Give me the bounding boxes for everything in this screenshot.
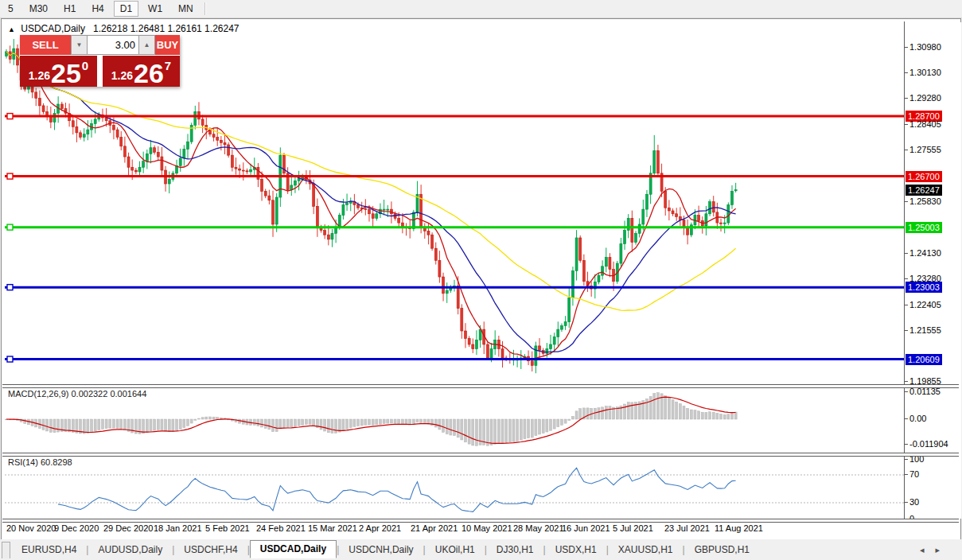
pane-divider[interactable] xyxy=(2,453,959,457)
buy-price-base: 1.26 xyxy=(111,69,133,82)
volume-decrease-button[interactable]: ▼ xyxy=(71,35,88,55)
date-tick-label: 21 Apr 2021 xyxy=(411,523,458,533)
right-price-axis: 1.287001.267001.250031.230031.206091.309… xyxy=(905,22,961,519)
chart-title: ▲ USDCAD,Daily 1.26218 1.26481 1.26161 1… xyxy=(8,23,240,34)
sell-price-pip: 0 xyxy=(82,59,88,72)
sell-price-display[interactable]: 1.26 25 0 xyxy=(20,56,97,87)
price-tick-label: 1.29280 xyxy=(909,93,941,103)
date-tick-label: 24 Feb 2021 xyxy=(256,523,306,533)
macd-label: MACD(12,26,9) 0.002322 0.001644 xyxy=(8,389,146,399)
rsi-indicator-pane[interactable] xyxy=(5,456,904,518)
date-tick-label: 5 Jul 2021 xyxy=(613,523,653,533)
chart-ohlc-values: 1.26218 1.26481 1.26161 1.26247 xyxy=(93,23,240,34)
timeframe-button-h1[interactable]: H1 xyxy=(57,1,82,17)
date-tick-label: 20 Nov 2020 xyxy=(6,523,56,533)
date-tick-label: 28 May 2021 xyxy=(513,523,564,533)
date-tick-label: 5 Feb 2021 xyxy=(205,523,250,533)
date-tick-label: 11 Aug 2021 xyxy=(715,523,763,533)
date-tick-label: 9 Dec 2020 xyxy=(54,523,99,533)
tab-ukoil[interactable]: UKOil,H1 xyxy=(426,542,485,558)
price-tick-label: 1.21555 xyxy=(909,325,941,335)
timeframe-button-w1[interactable]: W1 xyxy=(142,1,169,17)
volume-input[interactable]: 3.00 xyxy=(88,35,138,55)
date-tick-label: 23 Jul 2021 xyxy=(664,523,710,533)
rsi-label: RSI(14) 60.8298 xyxy=(8,457,72,467)
symbol-tab-bar: EURUSD,H4|AUDUSD,Daily|USDCHF,H4|USDCAD,… xyxy=(0,539,962,560)
timeframe-button-mn[interactable]: MN xyxy=(172,1,200,17)
title-triangle-icon: ▲ xyxy=(8,25,15,33)
sell-button[interactable]: SELL xyxy=(20,35,71,55)
price-tick-label: 1.27555 xyxy=(909,145,941,154)
tab-usdcad[interactable]: USDCAD,Daily xyxy=(250,540,337,558)
level-price-label: 1.26700 xyxy=(906,171,942,182)
trading-terminal: 5M30H1H4D1W1MN ▲ USDCAD,Daily 1.26218 1.… xyxy=(0,0,962,560)
tab-audusd[interactable]: AUDUSD,Daily xyxy=(88,542,172,558)
date-tick-label: 15 Mar 2021 xyxy=(308,523,357,533)
date-tick-label: 2 Apr 2021 xyxy=(359,523,401,533)
tab-dj30[interactable]: DJ30,H1 xyxy=(487,542,543,558)
timeframe-toolbar: 5M30H1H4D1W1MN xyxy=(0,0,962,18)
symbol-tab-list: EURUSD,H4|AUDUSD,Daily|USDCHF,H4|USDCAD,… xyxy=(2,541,759,558)
tab-gbpusd[interactable]: GBPUSD,H1 xyxy=(685,542,759,558)
price-tick-label: 1.23280 xyxy=(909,274,941,283)
current-price-label: 1.26247 xyxy=(906,185,942,196)
timeframe-button-m30[interactable]: M30 xyxy=(23,1,54,17)
chart-symbol-label: USDCAD,Daily xyxy=(21,23,85,34)
price-tick-label: 1.28405 xyxy=(909,119,941,129)
time-axis: 20 Nov 20209 Dec 202029 Dec 202018 Jan 2… xyxy=(5,523,904,535)
tab-usdcnh[interactable]: USDCNH,Daily xyxy=(339,542,423,558)
sell-price-base: 1.26 xyxy=(29,69,50,82)
date-tick-label: 16 Jun 2021 xyxy=(562,523,610,533)
price-tick-label: 1.25830 xyxy=(909,196,941,206)
tab-stub[interactable] xyxy=(2,542,10,558)
macd-tick-label: 0.00 xyxy=(909,414,926,423)
level-price-label: 1.23003 xyxy=(906,282,942,293)
buy-price-display[interactable]: 1.26 26 7 xyxy=(103,56,180,87)
timeframe-button-d1[interactable]: D1 xyxy=(114,1,138,17)
toolbar-separator xyxy=(204,2,206,15)
rsi-tick-label: 70 xyxy=(909,469,919,479)
level-price-label: 1.20609 xyxy=(906,354,942,365)
one-click-trade-panel: SELL ▼ 3.00 ▲ BUY 1.26 25 0 1.26 26 7 xyxy=(20,35,180,87)
price-tick-label: 1.30130 xyxy=(909,68,941,77)
price-tick-label: 1.22405 xyxy=(909,300,941,309)
level-price-label: 1.25003 xyxy=(906,222,942,233)
buy-button[interactable]: BUY xyxy=(155,35,180,55)
sell-price-big: 25 xyxy=(51,61,81,85)
tab-xauusd[interactable]: XAUUSD,H1 xyxy=(609,542,683,558)
rsi-tick-label: 30 xyxy=(909,497,919,507)
spin-up-icon: ▲ xyxy=(144,41,150,49)
tab-eurusd[interactable]: EURUSD,H4 xyxy=(12,542,86,558)
buy-price-pip: 7 xyxy=(165,59,171,72)
price-tick-label: 1.30980 xyxy=(909,42,941,52)
date-tick-label: 10 May 2021 xyxy=(462,523,512,533)
spin-down-icon: ▼ xyxy=(76,41,83,49)
tab-usdx[interactable]: USDX,H1 xyxy=(546,542,606,558)
macd-tick-label: -0.011904 xyxy=(909,439,948,449)
timeframe-button-5[interactable]: 5 xyxy=(2,1,20,17)
price-tick-label: 1.24130 xyxy=(909,248,941,258)
buy-price-big: 26 xyxy=(134,61,164,85)
pane-divider xyxy=(2,519,959,523)
tab-usdchf[interactable]: USDCHF,H4 xyxy=(174,542,247,558)
date-tick-label: 18 Jan 2021 xyxy=(154,523,202,533)
tab-scroll-buttons[interactable]: ◂▸ xyxy=(920,545,951,555)
date-tick-label: 29 Dec 2020 xyxy=(103,523,153,533)
pane-divider[interactable] xyxy=(2,384,959,388)
timeframe-button-h4[interactable]: H4 xyxy=(85,1,110,17)
volume-increase-button[interactable]: ▲ xyxy=(138,35,155,55)
